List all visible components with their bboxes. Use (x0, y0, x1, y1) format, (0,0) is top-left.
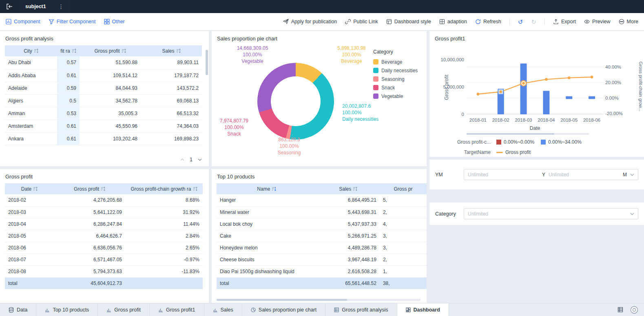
tab-sales[interactable]: Sales (204, 303, 242, 316)
database-icon (9, 307, 14, 313)
legend-item-seasoning[interactable]: Seasoning (373, 75, 418, 83)
svg-text:40.00%: 40.00% (605, 65, 621, 69)
refresh-button[interactable]: Refresh (475, 19, 501, 24)
tab-sales-proportion-pie-chart[interactable]: Sales proportion pie chart (242, 303, 325, 316)
donut-chart[interactable] (257, 63, 334, 140)
page-up-button[interactable] (180, 158, 185, 161)
tab-gross-profit[interactable]: Gross profit (98, 303, 150, 316)
add-chart-icon[interactable] (605, 307, 611, 313)
table-row[interactable]: 2018-046,286,247.8411.44% (5, 218, 203, 230)
undo-button[interactable]: ↺ (518, 19, 523, 25)
subject-tab[interactable]: subject1 ⋮ (19, 0, 71, 13)
sort-filter-icon[interactable] (101, 187, 105, 191)
table-row[interactable]: Algiers0.534,562.7869,068.13 (5, 94, 202, 107)
filter-component-button[interactable]: Filter Component (49, 19, 96, 24)
preview-button[interactable]: Preview (584, 19, 610, 24)
legend-item-daily-necessities[interactable]: Daily necessities (373, 66, 418, 75)
table-row[interactable]: 2018-035,641,122.0931.92% (5, 206, 203, 218)
total-cell: total (5, 277, 54, 289)
legend-item-range-blue[interactable]: 0.00%~34.00% (541, 139, 582, 145)
column-header[interactable]: Date (5, 183, 54, 194)
table-cell: 4,276,205.68 (54, 194, 125, 206)
table-row[interactable]: Adelaide0.5984,044.93143,572.2 (5, 82, 202, 94)
sort-filter-icon[interactable] (34, 49, 38, 53)
table-row[interactable]: Addis Ababa0.61109,514.12179,187.72 (5, 69, 202, 82)
table-row[interactable]: Cheese biscuits3,967,448.192, (217, 254, 427, 265)
component-button[interactable]: Component (6, 19, 40, 24)
column-header[interactable]: City (5, 45, 57, 56)
sort-filter-icon[interactable] (353, 187, 357, 191)
column-header[interactable]: Name (217, 183, 317, 194)
table-row[interactable]: Local bok choy5,437,937.334, (217, 218, 427, 230)
table-cell: 2018-04 (5, 218, 54, 230)
table-cell: 11.44% (125, 218, 203, 230)
legend-item-snack[interactable]: Snack (373, 83, 418, 92)
year-value-placeholder: Unlimited (549, 172, 620, 178)
table-row[interactable]: 2018-085,794,373.63-11.83% (5, 265, 203, 277)
table-row[interactable]: 2018-066,636,056.762.65% (5, 242, 203, 254)
table-row[interactable]: Cake5,266,971.253, (217, 230, 427, 242)
tab-dashboard[interactable]: Dashboard (397, 303, 449, 316)
public-link-button[interactable]: Public Link (345, 19, 378, 24)
table-cell: 6,636,056.76 (54, 242, 125, 254)
tab-top-10-products[interactable]: Top 10 products (36, 303, 98, 316)
table-row[interactable]: Ankara0.61103,202.48169,898.23 (5, 132, 202, 145)
table-row[interactable]: Abu Dhabi0.5751,590.8889,903.11 (5, 56, 202, 69)
sort-filter-icon[interactable] (72, 49, 76, 53)
tab-gross-profit-analysis[interactable]: Gross profit analysis (325, 303, 397, 316)
column-header[interactable]: Sales (141, 45, 202, 56)
legend-item-gross-profit-line[interactable]: Gross profit (496, 149, 531, 155)
apply-for-publication-button[interactable]: Apply for publication (283, 19, 337, 24)
category-filter-dropdown[interactable]: Unlimited (464, 208, 638, 219)
column-header[interactable]: fit ra (57, 45, 80, 56)
add-table-icon[interactable] (617, 307, 624, 313)
sort-filter-icon[interactable] (122, 49, 126, 53)
legend-item-vegetable[interactable]: Vegetable (373, 92, 418, 100)
svg-text:2018-01: 2018-01 (469, 118, 487, 122)
export-button[interactable]: Export (553, 19, 576, 24)
column-header[interactable]: Gross profit (80, 45, 141, 56)
legend-item-range-red[interactable]: 0.00%~0.00% (496, 139, 534, 145)
column-header[interactable]: Gross pr (380, 183, 427, 194)
vertical-scrollbar[interactable] (206, 50, 208, 154)
panel-title: Top 10 products (212, 169, 427, 183)
page-down-button[interactable] (197, 158, 202, 161)
table-row[interactable]: Honeydew melon4,489,286.783, (217, 242, 427, 254)
adaption-button[interactable]: adaption (439, 19, 467, 24)
combo-chart[interactable]: 10,000,0005,000,000040.00%20.00%0.00%-20… (429, 42, 644, 132)
tab-data[interactable]: Data (0, 303, 36, 316)
redo-button[interactable]: ↻ (531, 19, 536, 25)
sort-filter-icon[interactable] (33, 187, 38, 191)
total-cell: 38, (380, 277, 427, 289)
table-row[interactable]: 2018-076,571,467.05-0.97% (5, 254, 203, 265)
table-row[interactable]: Amsterdam0.6145,550.9674,364.03 (5, 120, 202, 132)
chart-horizontal-scrollbar[interactable] (467, 133, 589, 135)
sort-filter-icon[interactable] (193, 187, 197, 191)
donut-hole (271, 76, 321, 126)
dashboard-style-button[interactable]: Dashboard style (386, 19, 431, 24)
ym-filter-control[interactable]: Unlimited Y Unlimited M (464, 169, 638, 180)
table-row[interactable]: Amman0.5335,005.366,513.32 (5, 107, 202, 120)
table-row[interactable]: 2018-024,276,205.688.68% (5, 194, 203, 206)
exit-dashboard-icon[interactable] (0, 0, 19, 13)
table-row[interactable]: Hanger6,864,495.215, (217, 194, 427, 206)
sort-filter-icon[interactable] (272, 187, 276, 191)
tab-gross-profit1[interactable]: Gross profit1 (150, 303, 204, 316)
column-header[interactable]: Sales (317, 183, 380, 194)
column-header[interactable]: Gross profit-chain growth ra (125, 183, 203, 194)
column-header[interactable]: Gross profit (54, 183, 125, 194)
table-row[interactable]: Diao Pai 1500g dishwashing liquid2,616,5… (217, 265, 427, 277)
legend-item-beverage[interactable]: Beverage (373, 58, 418, 66)
more-button[interactable]: More (619, 19, 638, 24)
table-row[interactable]: Mineral water5,443,698.312, (217, 206, 427, 218)
filter-icon (49, 19, 54, 24)
page-number: 1 (190, 157, 193, 162)
table-row[interactable]: 2018-056,464,626.72.84% (5, 230, 203, 242)
sort-filter-icon[interactable] (176, 49, 181, 53)
assistant-circle-icon[interactable] (630, 306, 638, 314)
chart-icon (158, 307, 163, 312)
kebab-menu-icon[interactable]: ⋮ (58, 3, 64, 10)
table-cell: Local bok choy (217, 218, 317, 230)
other-button[interactable]: Other (104, 19, 125, 24)
horizontal-scrollbar[interactable] (217, 299, 420, 301)
